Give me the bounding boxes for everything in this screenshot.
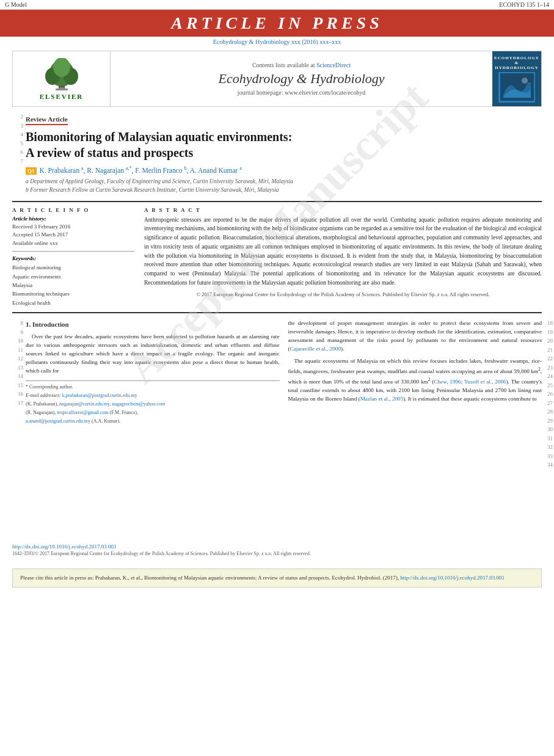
received-date: Received 3 February 2016 bbox=[12, 223, 134, 231]
article-type: Review Article bbox=[26, 115, 68, 125]
bottom-citation-bar: Please cite this article in press as: Pr… bbox=[12, 569, 542, 588]
right-para-2: The aquatic ecosystems of Malaysia on wh… bbox=[288, 357, 542, 404]
author-name-3: (F.M. Franco), bbox=[110, 410, 138, 415]
doi-line: http://dx.doi.org/10.1016/j.ecohyd.2017.… bbox=[12, 543, 542, 550]
author-name-4: (A.A. Kumar). bbox=[92, 418, 120, 424]
cover-text-1: ECOHYDROLOGY bbox=[494, 56, 539, 60]
authors: Q1 K. Prabakaran a, R. Nagarajan a,*, F.… bbox=[26, 165, 542, 175]
line-numbers-left: 2 3 4 5 6 7 bbox=[12, 113, 26, 198]
body-right-col: 18 19 20 21 22 23 24 25 26 27 28 29 bbox=[288, 319, 542, 541]
keyword-4: Biomonitoring techniques bbox=[12, 289, 134, 298]
corresponding-note: * Corresponding author. bbox=[26, 383, 280, 391]
article-info-col: A R T I C L E I N F O Article history: R… bbox=[12, 207, 134, 307]
accepted-date: Accepted 15 March 2017 bbox=[12, 231, 134, 239]
ref-chew[interactable]: Chew, 1996 bbox=[434, 379, 461, 385]
divider bbox=[12, 251, 134, 252]
body-line-numbers: 8 9 10 11 12 13 14 15 16 17 bbox=[12, 319, 26, 541]
citation-line: Ecohydrology & Hydrobiology xxx (2016) x… bbox=[0, 37, 554, 47]
article-header-block: Review Article Biomonitoring of Malaysia… bbox=[26, 113, 542, 198]
article-history: Article history: Received 3 February 201… bbox=[12, 216, 134, 248]
article-content: 2 3 4 5 6 7 Review Article Biomonitoring… bbox=[0, 111, 554, 564]
journal-cover: ECOHYDROLOGY & HYDROBIOLOGY bbox=[492, 51, 541, 106]
journal-homepage: journal homepage: www.elsevier.com/locat… bbox=[238, 89, 365, 96]
right-col-content: 18 19 20 21 22 23 24 25 26 27 28 29 bbox=[288, 319, 542, 404]
body-left-col: 1. Introduction Over the past few decade… bbox=[26, 319, 280, 541]
keyword-2: Aquatic environments bbox=[12, 272, 134, 281]
copyright-line: © 2017 European Regional Centre for Ecoh… bbox=[144, 291, 542, 299]
svg-point-4 bbox=[53, 58, 70, 77]
keyword-3: Malaysia bbox=[12, 281, 134, 289]
doi-link[interactable]: http://dx.doi.org/10.1016/j.ecohyd.2017.… bbox=[12, 543, 117, 550]
abstract-col: A B S T R A C T Anthropogenic stressors … bbox=[144, 207, 542, 307]
journal-cover-image bbox=[498, 72, 535, 103]
bottom-citation-link[interactable]: http://dx.doi.org/10.1016/j.ecohyd.2017.… bbox=[400, 575, 505, 581]
elsevier-tree-icon bbox=[37, 58, 86, 92]
body-section: 8 9 10 11 12 13 14 15 16 17 bbox=[12, 319, 542, 541]
right-para-1: the development of proper management str… bbox=[288, 319, 542, 354]
sciencedirect-link[interactable]: ScienceDirect bbox=[316, 62, 351, 68]
ref-mazlan[interactable]: Mazlan et al., 2005 bbox=[360, 396, 404, 402]
email-note-4: a.anand@postgrad.curtin.edu.my (A.A. Kum… bbox=[26, 418, 280, 425]
journal-header: ELSEVIER Contents lists available at Sci… bbox=[12, 51, 542, 107]
email-note-2: (K. Prabakaran), nagarajan@curtin.edu.my… bbox=[26, 401, 280, 408]
email-link-4[interactable]: a.anand@postgrad.curtin.edu.my bbox=[26, 418, 90, 424]
cover-text-3: HYDROBIOLOGY bbox=[495, 65, 539, 70]
author-name-1: (K. Prabakaran), bbox=[26, 401, 58, 407]
email-link-3[interactable]: tropicalforest@gmail.com bbox=[57, 410, 109, 415]
keyword-1: Biological monitoring bbox=[12, 263, 134, 272]
author-name-2: (R. Nagarajan), bbox=[26, 410, 56, 415]
abstract-label: A B S T R A C T bbox=[144, 207, 542, 213]
email-link-2[interactable]: nagarajan@curtin.edu.my, nagageochem@yah… bbox=[59, 401, 165, 407]
contents-line: Contents lists available at ScienceDirec… bbox=[252, 62, 351, 68]
keywords-label: Keywords: bbox=[12, 255, 134, 261]
aip-banner: ARTICLE IN PRESS bbox=[0, 10, 554, 37]
q1-badge: Q1 bbox=[26, 167, 37, 175]
email-link-1[interactable]: k.prabakaran@postgrad.curtin.edu.my bbox=[62, 393, 137, 398]
journal-title: Ecohydrology & Hydrobiology bbox=[218, 71, 384, 87]
keyword-5: Ecological health bbox=[12, 299, 134, 307]
affiliations: a Department of Applied Geology, Faculty… bbox=[26, 177, 542, 195]
svg-point-8 bbox=[522, 78, 528, 84]
ecohyd-ref: ECOHYD 135 1–14 bbox=[499, 1, 549, 8]
svg-rect-6 bbox=[56, 89, 68, 90]
journal-center: Contents lists available at ScienceDirec… bbox=[111, 51, 492, 106]
abstract-text: Anthropogenic stressors are reported to … bbox=[144, 216, 542, 299]
intro-para-1: Over the past few decades, aquatic ecosy… bbox=[26, 333, 280, 376]
body-two-col: 1. Introduction Over the past few decade… bbox=[26, 319, 542, 541]
history-label: Article history: bbox=[12, 216, 134, 222]
article-page: Accepted Manuscript G Model ECOHYD 135 1… bbox=[0, 0, 554, 756]
g-model-bar: G Model ECOHYD 135 1–14 bbox=[0, 0, 554, 10]
g-model-label: G Model bbox=[5, 1, 27, 8]
elsevier-logo: ELSEVIER bbox=[13, 51, 111, 106]
right-line-numbers: 18 19 20 21 22 23 24 25 26 27 28 29 bbox=[547, 319, 553, 470]
email-note-3: (R. Nagarajan), tropicalforest@gmail.com… bbox=[26, 409, 280, 416]
article-title: Biomonitoring of Malaysian aquatic envir… bbox=[26, 129, 542, 161]
elsevier-brand: ELSEVIER bbox=[40, 93, 84, 100]
info-abstract-section: A R T I C L E I N F O Article history: R… bbox=[12, 201, 542, 313]
email-note: E-mail addresses: k.prabakaran@postgrad.… bbox=[26, 392, 280, 399]
keywords-section: Keywords: Biological monitoring Aquatic … bbox=[12, 255, 134, 307]
available-online: Available online xxx bbox=[12, 239, 134, 248]
rights-line: 1642-3593/© 2017 European Regional Centr… bbox=[12, 551, 542, 556]
article-info-label: A R T I C L E I N F O bbox=[12, 207, 134, 213]
footnotes: * Corresponding author. E-mail addresses… bbox=[26, 380, 280, 425]
intro-heading: 1. Introduction bbox=[26, 319, 280, 330]
cover-text-2: & bbox=[515, 60, 519, 65]
ref-cajaraville[interactable]: Cajaraville et al., 2000 bbox=[290, 346, 341, 352]
ref-yusoff[interactable]: Yusoff et al., 2006 bbox=[464, 379, 506, 385]
